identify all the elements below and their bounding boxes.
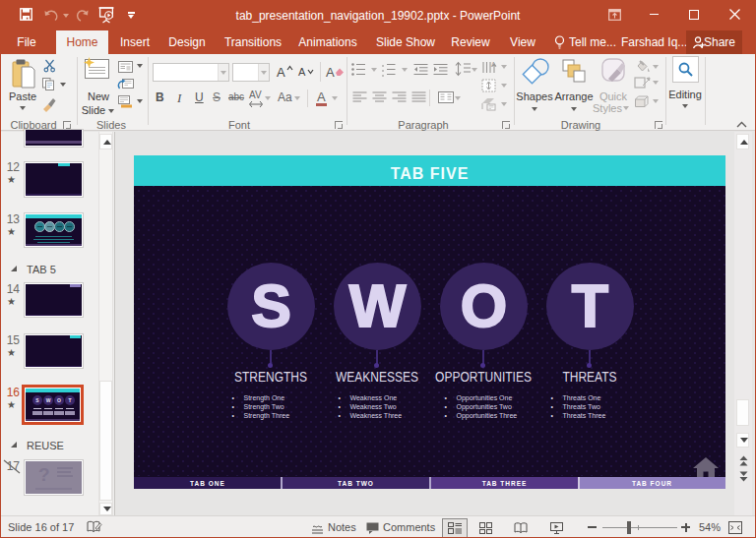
svg-text:A: A xyxy=(491,61,496,68)
